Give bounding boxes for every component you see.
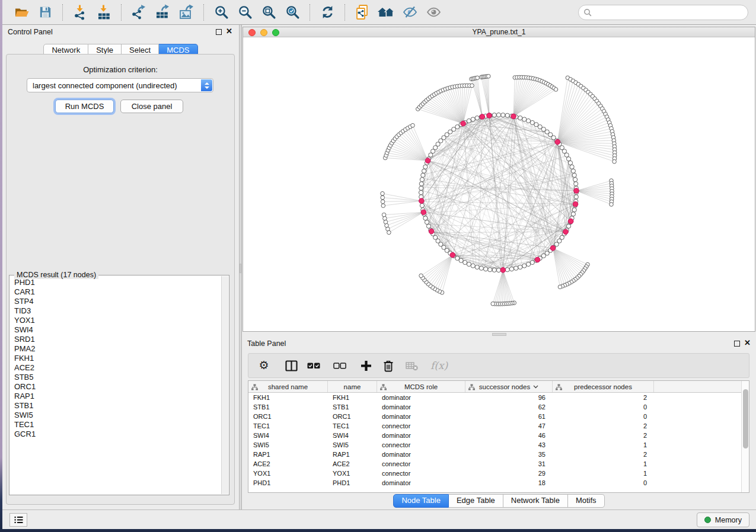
tab-network-table[interactable]: Network Table [503, 494, 568, 508]
mcds-result-item[interactable]: ACE2 [10, 363, 221, 373]
mcds-result-list[interactable]: PHD1CAR1STP4TID3YOX1SWI4SRD1PMA2FKH1ACE2… [10, 278, 221, 494]
select-all-button[interactable] [306, 357, 321, 374]
network-window-titlebar[interactable]: YPA_prune.txt_1 [243, 27, 755, 37]
criterion-select[interactable]: largest connected component (undirected) [27, 78, 213, 92]
column-settings-button[interactable]: ⚙ [256, 357, 272, 374]
float-panel-icon[interactable] [734, 341, 740, 347]
cell: dominator [377, 431, 465, 440]
two-houses-button[interactable] [376, 2, 396, 23]
export-table-button[interactable] [152, 2, 173, 23]
mcds-result-item[interactable]: STB1 [10, 401, 221, 411]
cell: PHD1 [248, 478, 328, 488]
save-button[interactable] [35, 2, 55, 23]
network-graph[interactable] [243, 37, 755, 331]
run-mcds-button[interactable]: Run MCDS [55, 100, 114, 113]
add-column-button[interactable] [358, 357, 374, 374]
network-view-canvas[interactable] [243, 37, 755, 331]
table-row[interactable]: RAP1RAP1dominator352 [248, 450, 741, 459]
table-row[interactable]: STB1STB1dominator620 [248, 402, 741, 412]
zoom-in-button[interactable] [211, 2, 231, 23]
task-history-button[interactable] [9, 513, 27, 527]
float-panel-icon[interactable] [216, 29, 222, 35]
mcds-result-item[interactable]: CAR1 [10, 287, 221, 297]
toolbar-separator [203, 4, 204, 21]
scrollbar-thumb[interactable] [743, 389, 748, 448]
mcds-result-item[interactable]: STP4 [10, 297, 221, 306]
export-image-button[interactable] [176, 2, 196, 23]
column-header-shared-name[interactable]: shared name [248, 381, 328, 392]
column-header-name[interactable]: name [328, 381, 377, 392]
zoom-selected-button[interactable] [282, 2, 302, 23]
cell: TEC1 [328, 421, 377, 431]
table-row[interactable]: SWI5SWI5connector431 [248, 440, 741, 450]
main-toolbar [2, 0, 756, 25]
sort-descending-icon [533, 385, 538, 389]
table-row[interactable]: SWI4SWI4dominator462 [248, 431, 741, 440]
import-network-button[interactable] [70, 2, 90, 23]
refresh-button[interactable] [317, 2, 337, 23]
column-header-predecessor-nodes[interactable]: predecessor nodes [553, 381, 654, 392]
table-row[interactable]: YOX1YOX1connector291 [248, 469, 741, 478]
zoom-fit-button[interactable] [259, 2, 279, 23]
memory-button[interactable]: Memory [697, 512, 749, 527]
hide-selected-button[interactable] [400, 2, 420, 23]
toolbar-separator [62, 4, 63, 21]
status-bar: Memory [2, 509, 756, 529]
import-table-button[interactable] [94, 2, 114, 23]
deselect-all-button[interactable] [332, 357, 347, 374]
tab-edge-table[interactable]: Edge Table [449, 494, 503, 508]
table-panel-header: Table Panel ✕ [242, 336, 756, 351]
close-panel-icon[interactable]: ✕ [226, 27, 232, 36]
mcds-result-item[interactable]: SRD1 [10, 335, 221, 344]
mcds-result-item[interactable]: FKH1 [10, 354, 221, 363]
mcds-result-item[interactable]: STB5 [10, 373, 221, 382]
mcds-result-item[interactable]: TID3 [10, 306, 221, 316]
close-panel-icon[interactable]: ✕ [744, 339, 751, 347]
mcds-result-item[interactable]: ORC1 [10, 382, 221, 392]
cell: ACE2 [248, 459, 328, 469]
cell: 1 [553, 469, 654, 478]
cell: ORC1 [328, 412, 377, 421]
export-table-icon [155, 4, 171, 20]
cell: 0 [553, 402, 654, 412]
splitter-handle[interactable] [240, 264, 241, 273]
search-input[interactable] [592, 7, 748, 18]
table-row[interactable]: ORC1ORC1dominator610 [248, 412, 741, 421]
export-network-button[interactable] [129, 2, 149, 23]
table-scrollbar[interactable] [741, 381, 749, 492]
criterion-selected-value: largest connected component (undirected) [33, 81, 177, 90]
tab-motifs[interactable]: Motifs [568, 494, 605, 508]
new-network-from-selection-button[interactable] [352, 2, 372, 23]
column-label: name [344, 383, 361, 390]
mcds-result-item[interactable]: SWI4 [10, 325, 221, 335]
table-row[interactable]: TEC1TEC1connector472 [248, 421, 741, 431]
mcds-result-item[interactable]: YOX1 [10, 316, 221, 325]
mcds-result-item[interactable]: SWI5 [10, 411, 221, 420]
table-toolbar: ⚙ f(x) [248, 353, 749, 378]
zoom-out-button[interactable] [235, 2, 255, 23]
column-header-MCDS-role[interactable]: MCDS role [377, 381, 465, 392]
table-row[interactable]: FKH1FKH1dominator962 [248, 393, 741, 402]
close-panel-button[interactable]: Close panel [120, 100, 183, 113]
mcds-result-item[interactable]: RAP1 [10, 392, 221, 401]
mcds-result-item[interactable]: TEC1 [10, 420, 221, 430]
delete-column-button[interactable] [381, 357, 396, 374]
column-header-successor-nodes[interactable]: successor nodes [465, 381, 553, 392]
shared-column-icon [251, 384, 258, 390]
cell: 35 [465, 450, 553, 459]
table-row[interactable]: PHD1PHD1dominator180 [248, 478, 741, 488]
open-button[interactable] [11, 2, 31, 23]
mcds-result-item[interactable]: PHD1 [10, 278, 221, 287]
cell: connector [377, 459, 465, 469]
toolbar-separator [344, 4, 345, 21]
split-columns-button[interactable] [283, 357, 299, 374]
optimization-criterion-label: Optimization criterion: [7, 65, 234, 74]
show-all-button[interactable] [423, 2, 444, 23]
splitter-handle[interactable] [492, 333, 506, 336]
table-row[interactable]: ACE2ACE2connector311 [248, 459, 741, 469]
mcds-result-item[interactable]: PMA2 [10, 344, 221, 354]
tab-node-table[interactable]: Node Table [393, 494, 449, 508]
result-list-scrollbar[interactable] [221, 276, 228, 494]
mcds-result-item[interactable]: GCR1 [10, 430, 221, 439]
cell: 0 [553, 412, 654, 421]
